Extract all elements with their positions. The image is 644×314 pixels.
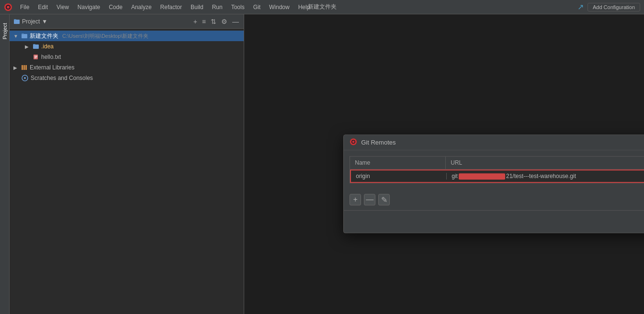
- dialog-body: Name URL origin git████████████21/test--…: [344, 150, 644, 189]
- folder-icon: [33, 43, 39, 50]
- url-prefix: git: [452, 173, 458, 179]
- svg-point-2: [7, 6, 10, 9]
- git-remotes-dialog: Git Remotes ✕ Name URL origin git███████…: [343, 135, 644, 233]
- tree-item-hello[interactable]: hello.txt: [10, 52, 244, 62]
- svg-rect-7: [33, 45, 39, 49]
- main-content: Search Everywhere Double Shift Git Remot…: [244, 14, 644, 314]
- panel-dropdown-arrow[interactable]: ▼: [42, 18, 47, 25]
- menu-run[interactable]: Run: [208, 3, 226, 11]
- sidebar-item-project[interactable]: Project: [0, 19, 9, 43]
- row-url: git████████████21/test---test-warehouse.…: [447, 173, 644, 179]
- arrow-icon: ▶: [13, 65, 19, 70]
- side-tab: Project: [0, 14, 10, 314]
- svg-point-17: [24, 77, 26, 79]
- menu-code[interactable]: Code: [105, 3, 126, 11]
- nav-arrow-icon[interactable]: ↗: [577, 2, 584, 11]
- panel-add-button[interactable]: +: [192, 17, 198, 26]
- menu-view[interactable]: View: [53, 3, 73, 11]
- dialog-title-bar: Git Remotes ✕: [344, 135, 644, 150]
- panel-settings-button[interactable]: ⚙: [220, 17, 228, 26]
- dialog-title-text: Git Remotes: [361, 139, 644, 146]
- svg-rect-14: [23, 65, 25, 70]
- dialog-ok-area: OK: [344, 210, 644, 233]
- tree-label-root: 新建文件夹: [30, 32, 58, 40]
- url-suffix: 21/test---test-warehouse.git: [506, 173, 576, 179]
- tree-label-hello: hello.txt: [41, 54, 61, 60]
- table-body: origin git████████████21/test---test-war…: [350, 169, 644, 183]
- svg-rect-4: [14, 19, 16, 20]
- title-bar-right: ↗ Add Configuration: [577, 2, 640, 11]
- svg-rect-5: [22, 34, 27, 38]
- project-panel: Project ▼ + ≡ ⇅ ⚙ — ▼ 新建文件夹 C:\Users\刘明福…: [10, 14, 244, 314]
- menu-build[interactable]: Build: [187, 3, 207, 11]
- remove-remote-button[interactable]: —: [364, 194, 375, 205]
- panel-header: Project ▼ + ≡ ⇅ ⚙ —: [10, 14, 244, 29]
- svg-rect-6: [22, 34, 24, 34]
- window-title: 新建文件夹: [308, 3, 337, 11]
- panel-collapse-button[interactable]: ≡: [201, 17, 207, 26]
- add-configuration-button[interactable]: Add Configuration: [588, 3, 640, 11]
- menu-refactor[interactable]: Refactor: [157, 3, 186, 11]
- scratch-icon: [21, 75, 29, 81]
- tree-item-libraries[interactable]: ▶ External Libraries: [10, 62, 244, 73]
- panel-sort-button[interactable]: ⇅: [210, 17, 217, 26]
- col-header-url: URL: [446, 157, 644, 169]
- panel-actions: + ≡ ⇅ ⚙ —: [192, 17, 240, 26]
- tree-path-root: C:\Users\刘明福\Desktop\新建文件夹: [62, 33, 148, 40]
- menu-edit[interactable]: Edit: [34, 3, 52, 11]
- tree-label-libraries: External Libraries: [30, 64, 74, 71]
- menu-analyze[interactable]: Analyze: [127, 3, 156, 11]
- app-logo: [4, 3, 12, 11]
- svg-rect-8: [33, 44, 35, 45]
- tree-item-idea[interactable]: ▶ .idea: [10, 41, 244, 52]
- menu-tools[interactable]: Tools: [227, 3, 249, 11]
- menu-bar: File Edit View Navigate Code Analyze Ref…: [16, 3, 574, 11]
- add-remote-button[interactable]: +: [350, 194, 361, 205]
- folder-icon: [13, 18, 20, 25]
- project-tree: ▼ 新建文件夹 C:\Users\刘明福\Desktop\新建文件夹 ▶ .id…: [10, 29, 244, 314]
- dialog-logo: [350, 138, 357, 147]
- tree-label-scratches: Scratches and Consoles: [31, 75, 93, 81]
- library-icon: [21, 65, 28, 70]
- arrow-icon: ▼: [13, 34, 19, 39]
- menu-git[interactable]: Git: [249, 3, 264, 11]
- svg-point-20: [352, 141, 355, 143]
- col-header-name: Name: [350, 157, 446, 169]
- edit-remote-button[interactable]: ✎: [378, 194, 390, 205]
- menu-navigate[interactable]: Navigate: [74, 3, 104, 11]
- panel-close-button[interactable]: —: [231, 17, 240, 26]
- menu-window[interactable]: Window: [265, 3, 294, 11]
- main-layout: Project Project ▼ + ≡ ⇅ ⚙ — ▼: [0, 14, 644, 314]
- svg-rect-13: [22, 65, 23, 70]
- tree-item-root[interactable]: ▼ 新建文件夹 C:\Users\刘明福\Desktop\新建文件夹: [10, 31, 244, 41]
- menu-file[interactable]: File: [16, 3, 33, 11]
- table-row[interactable]: origin git████████████21/test---test-war…: [350, 169, 644, 183]
- folder-open-icon: [21, 33, 28, 39]
- file-icon: [33, 54, 39, 60]
- panel-title: Project ▼: [13, 18, 47, 25]
- title-bar: File Edit View Navigate Code Analyze Ref…: [0, 0, 644, 14]
- tree-label-idea: .idea: [41, 43, 54, 50]
- row-name: origin: [351, 173, 447, 179]
- url-redacted: ████████████: [459, 173, 505, 179]
- svg-rect-3: [14, 20, 20, 24]
- tree-item-scratches[interactable]: Scratches and Consoles: [10, 73, 244, 83]
- dialog-footer: + — ✎: [344, 189, 644, 210]
- table-header: Name URL: [350, 156, 644, 169]
- svg-rect-15: [25, 65, 27, 70]
- panel-title-text: Project: [22, 18, 40, 25]
- arrow-icon: ▶: [25, 44, 31, 49]
